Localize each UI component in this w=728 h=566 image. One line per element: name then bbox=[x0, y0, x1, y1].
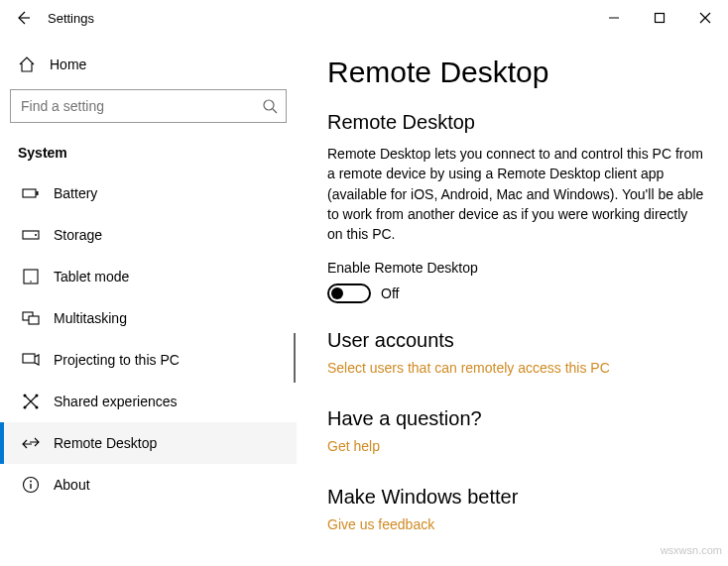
svg-point-13 bbox=[24, 406, 27, 409]
sidebar-item-battery[interactable]: Battery bbox=[0, 172, 297, 214]
titlebar: Settings bbox=[0, 0, 728, 36]
maximize-button[interactable] bbox=[637, 0, 682, 36]
svg-point-1 bbox=[264, 100, 274, 110]
remote-desktop-description: Remote Desktop lets you connect to and c… bbox=[327, 144, 704, 244]
maximize-icon bbox=[654, 12, 666, 24]
select-users-link[interactable]: Select users that can remotely access th… bbox=[327, 360, 610, 376]
close-button[interactable] bbox=[682, 0, 728, 36]
projecting-icon bbox=[22, 351, 40, 369]
sidebar-item-label: Tablet mode bbox=[54, 269, 129, 284]
scrollbar-thumb[interactable] bbox=[294, 333, 296, 383]
multitasking-icon bbox=[22, 309, 40, 327]
search-icon bbox=[254, 98, 286, 114]
home-icon bbox=[18, 56, 36, 73]
minimize-button[interactable] bbox=[591, 0, 637, 36]
sidebar-category: System bbox=[0, 139, 297, 172]
get-help-link[interactable]: Get help bbox=[327, 438, 380, 454]
arrow-left-icon bbox=[15, 10, 31, 26]
sidebar-item-remote-desktop[interactable]: Remote Desktop bbox=[0, 422, 297, 464]
svg-rect-9 bbox=[29, 316, 39, 324]
page-title: Remote Desktop bbox=[327, 56, 704, 89]
user-accounts-heading: User accounts bbox=[327, 329, 704, 352]
enable-rd-label: Enable Remote Desktop bbox=[327, 260, 704, 276]
back-button[interactable] bbox=[14, 9, 32, 27]
enable-rd-row: Off bbox=[327, 283, 704, 303]
sidebar-item-about[interactable]: About bbox=[0, 464, 297, 506]
sidebar-item-projecting[interactable]: Projecting to this PC bbox=[0, 339, 297, 381]
search-input[interactable] bbox=[11, 98, 254, 114]
sidebar-item-label: Multitasking bbox=[54, 310, 127, 326]
sidebar-item-label: Shared experiences bbox=[54, 394, 178, 409]
enable-rd-toggle[interactable] bbox=[327, 283, 371, 303]
make-windows-better-heading: Make Windows better bbox=[327, 486, 704, 509]
minimize-icon bbox=[608, 12, 620, 24]
sidebar: Home System Battery Storage bbox=[0, 36, 298, 566]
content-area: Remote Desktop Remote Desktop Remote Des… bbox=[298, 36, 728, 566]
svg-point-16 bbox=[30, 481, 32, 483]
sidebar-item-multitasking[interactable]: Multitasking bbox=[0, 297, 297, 339]
remote-desktop-heading: Remote Desktop bbox=[327, 111, 704, 134]
svg-point-11 bbox=[24, 395, 27, 397]
svg-rect-2 bbox=[23, 189, 36, 197]
titlebar-left: Settings bbox=[0, 9, 94, 27]
svg-point-5 bbox=[35, 234, 37, 236]
about-icon bbox=[22, 476, 40, 494]
svg-rect-0 bbox=[656, 14, 665, 23]
home-label: Home bbox=[50, 57, 86, 72]
toggle-state-label: Off bbox=[381, 285, 399, 301]
storage-icon bbox=[22, 226, 40, 244]
give-feedback-link[interactable]: Give us feedback bbox=[327, 516, 434, 532]
svg-point-14 bbox=[36, 406, 39, 409]
shared-icon bbox=[22, 393, 40, 410]
content-inner: Remote Desktop Remote Desktop Remote Des… bbox=[327, 56, 704, 566]
settings-window: Settings Home bbox=[0, 0, 728, 566]
remote-desktop-icon bbox=[22, 434, 40, 452]
home-link[interactable]: Home bbox=[0, 46, 297, 89]
have-a-question-section: Have a question? Get help bbox=[327, 407, 704, 472]
sidebar-item-label: Storage bbox=[54, 227, 102, 243]
svg-rect-3 bbox=[37, 191, 39, 195]
close-icon bbox=[699, 12, 711, 24]
toggle-knob bbox=[331, 287, 343, 299]
sidebar-item-label: Battery bbox=[54, 185, 97, 201]
make-windows-better-section: Make Windows better Give us feedback bbox=[327, 486, 704, 550]
svg-point-7 bbox=[30, 281, 32, 283]
sidebar-item-label: Remote Desktop bbox=[54, 435, 157, 451]
svg-point-12 bbox=[36, 395, 39, 397]
sidebar-item-label: About bbox=[54, 477, 90, 493]
sidebar-item-shared-experiences[interactable]: Shared experiences bbox=[0, 381, 297, 422]
sidebar-item-tablet-mode[interactable]: Tablet mode bbox=[0, 256, 297, 297]
search-box[interactable] bbox=[10, 89, 287, 123]
tablet-icon bbox=[22, 268, 40, 285]
body: Home System Battery Storage bbox=[0, 36, 728, 566]
window-title: Settings bbox=[48, 11, 94, 26]
battery-icon bbox=[22, 184, 40, 202]
sidebar-item-storage[interactable]: Storage bbox=[0, 214, 297, 256]
have-a-question-heading: Have a question? bbox=[327, 407, 704, 430]
sidebar-item-label: Projecting to this PC bbox=[54, 352, 180, 368]
user-accounts-section: User accounts Select users that can remo… bbox=[327, 329, 704, 394]
watermark: wsxwsn.com bbox=[661, 544, 722, 556]
svg-rect-10 bbox=[23, 354, 35, 363]
